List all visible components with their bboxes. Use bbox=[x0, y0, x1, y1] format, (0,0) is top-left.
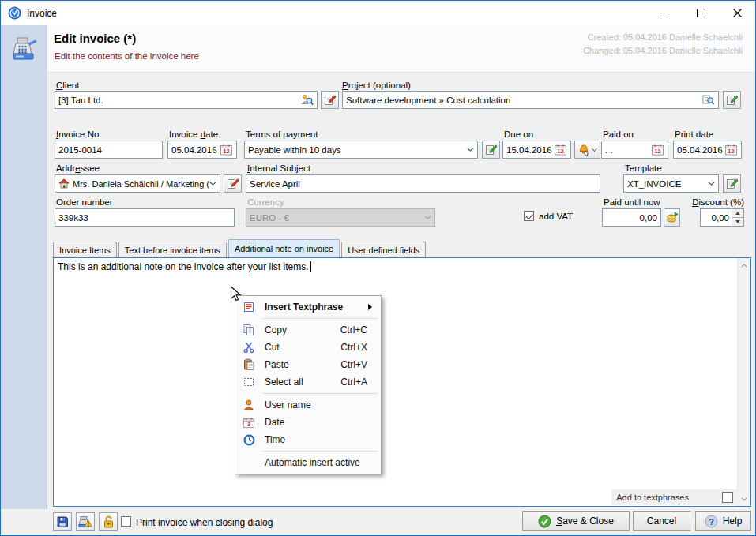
help-button[interactable]: ? Help bbox=[695, 511, 751, 531]
invoice-no-label: Invoice No. bbox=[56, 129, 102, 139]
calendar-icon[interactable]: 12 bbox=[220, 144, 233, 156]
tab-invoice-items[interactable]: Invoice Items bbox=[53, 242, 117, 257]
note-editor[interactable]: This is an additional note on the invoic… bbox=[53, 257, 751, 507]
svg-text:12: 12 bbox=[654, 148, 660, 155]
print-on-close-checkbox[interactable] bbox=[121, 516, 131, 527]
menu-item-time[interactable]: Time bbox=[236, 431, 380, 448]
help-icon: ? bbox=[705, 515, 718, 528]
vertical-scrollbar[interactable] bbox=[737, 258, 750, 506]
client-field[interactable]: [3] Tau Ltd. bbox=[55, 91, 318, 109]
reminder-bell-icon bbox=[577, 144, 590, 156]
client-label: Client bbox=[56, 81, 79, 90]
save-close-label: Save & Close bbox=[556, 515, 614, 527]
template-label: Template bbox=[625, 163, 662, 173]
menu-item-date[interactable]: 3 Date bbox=[236, 414, 380, 431]
menu-item-automatic-insert[interactable]: Automatic insert active bbox=[236, 454, 380, 471]
due-on-label: Due on bbox=[504, 129, 533, 139]
project-lookup-icon[interactable] bbox=[701, 94, 715, 106]
menu-item-insert-textphrase[interactable]: Insert Textphrase bbox=[236, 298, 380, 316]
calendar-icon[interactable]: 12 bbox=[554, 144, 567, 156]
red-pencil-icon bbox=[227, 178, 239, 189]
edit-addressee-button[interactable] bbox=[224, 174, 242, 193]
invoice-date-label: Invoice date bbox=[169, 129, 218, 139]
print-on-close-label: Print invoice when closing dialog bbox=[136, 517, 273, 528]
register-warning-icon bbox=[78, 515, 92, 528]
menu-item-paste[interactable]: PasteCtrl+V bbox=[236, 356, 380, 373]
scissors-icon bbox=[242, 341, 256, 354]
green-pencil-icon bbox=[726, 94, 738, 106]
title-bar: Invoice bbox=[1, 1, 755, 25]
mouse-cursor bbox=[230, 286, 242, 302]
paid-on-field[interactable]: . . 12 bbox=[601, 141, 668, 159]
textphrase-icon bbox=[242, 301, 256, 313]
tab-additional-note[interactable]: Additional note on invoice bbox=[228, 239, 340, 257]
app-clock-icon bbox=[8, 6, 21, 23]
discount-spinner[interactable] bbox=[732, 209, 743, 227]
save-close-button[interactable]: Save & Close bbox=[522, 511, 630, 531]
order-number-field[interactable]: 339k33 bbox=[55, 208, 235, 227]
cancel-label: Cancel bbox=[647, 515, 676, 527]
cash-register-icon bbox=[9, 35, 38, 63]
submenu-arrow-icon bbox=[368, 304, 372, 310]
print-date-field[interactable]: 05.04.2016 12 bbox=[673, 141, 742, 159]
note-text[interactable]: This is an additional note on the invoic… bbox=[58, 261, 733, 272]
edit-client-button[interactable] bbox=[321, 91, 339, 109]
internal-subject-field[interactable]: Service April bbox=[246, 174, 600, 193]
menu-item-copy[interactable]: CopyCtrl+C bbox=[236, 321, 380, 339]
discount-field[interactable]: 0,00 bbox=[700, 208, 744, 227]
close-button[interactable] bbox=[719, 1, 755, 25]
terms-label: Terms of payment bbox=[246, 129, 318, 139]
menu-separator bbox=[263, 393, 378, 394]
menu-item-cut[interactable]: CutCtrl+X bbox=[236, 339, 380, 356]
menu-item-user-name[interactable]: User name bbox=[236, 396, 380, 414]
internal-subject-label: Internal Subject bbox=[247, 163, 310, 173]
svg-text:12: 12 bbox=[223, 148, 229, 155]
chevron-down-icon[interactable] bbox=[209, 182, 216, 186]
payments-button[interactable] bbox=[664, 208, 680, 227]
invoice-no-field[interactable]: 2015-0014 bbox=[55, 141, 163, 159]
green-pencil-icon bbox=[485, 144, 497, 156]
chevron-down-icon bbox=[592, 148, 597, 152]
calendar-icon[interactable]: 12 bbox=[724, 144, 738, 156]
invoice-date-field[interactable]: 05.04.2016 12 bbox=[167, 141, 237, 159]
edit-project-button[interactable] bbox=[723, 91, 741, 109]
minimize-button[interactable] bbox=[646, 1, 683, 25]
terms-combobox[interactable]: Payable within 10 days bbox=[244, 141, 478, 159]
dialog-header: Edit invoice (*) Edit the contents of th… bbox=[47, 25, 755, 73]
template-combobox[interactable]: XT_INVOICE bbox=[623, 174, 719, 193]
addressee-combobox[interactable]: Mrs. Daniela Schälchli / Marketing ( bbox=[55, 174, 220, 193]
calendar-icon[interactable]: 12 bbox=[651, 144, 664, 156]
client-lookup-icon[interactable] bbox=[300, 94, 314, 106]
register-warning-button[interactable] bbox=[76, 512, 95, 531]
maximize-button[interactable] bbox=[683, 1, 719, 25]
sidebar bbox=[1, 25, 47, 509]
svg-text:12: 12 bbox=[557, 148, 563, 155]
add-to-textphrases: Add to textphrases bbox=[611, 489, 738, 505]
floppy-icon bbox=[56, 515, 69, 528]
chevron-down-icon[interactable] bbox=[467, 148, 474, 152]
chevron-down-icon[interactable] bbox=[708, 182, 715, 186]
svg-text:3: 3 bbox=[247, 421, 250, 428]
paid-until-now-field[interactable]: 0,00 bbox=[602, 208, 661, 227]
page-subtitle: Edit the contents of the invoice here bbox=[55, 51, 199, 61]
tab-text-before-items[interactable]: Text before invoice items bbox=[118, 242, 227, 257]
house-icon bbox=[58, 178, 70, 189]
add-to-textphrases-checkbox[interactable] bbox=[722, 492, 733, 503]
scroll-up-icon[interactable] bbox=[738, 259, 750, 272]
menu-item-select-all[interactable]: Select allCtrl+A bbox=[236, 373, 380, 391]
add-vat-checkbox[interactable] bbox=[524, 211, 534, 221]
open-padlock-icon bbox=[103, 515, 115, 528]
reminder-split-button[interactable] bbox=[574, 141, 600, 159]
currency-combobox: EURO - € bbox=[246, 208, 435, 227]
scroll-down-icon[interactable] bbox=[738, 493, 750, 505]
project-field[interactable]: Software development » Cost calculation bbox=[342, 91, 719, 109]
save-button[interactable] bbox=[53, 512, 72, 531]
add-vat-label: add VAT bbox=[539, 212, 573, 221]
cancel-button[interactable]: Cancel bbox=[633, 511, 690, 531]
red-pencil-icon bbox=[324, 94, 336, 106]
edit-template-button[interactable] bbox=[723, 174, 741, 193]
edit-terms-button[interactable] bbox=[482, 141, 500, 159]
unlock-button[interactable] bbox=[99, 512, 118, 531]
due-on-field[interactable]: 15.04.2016 12 bbox=[502, 141, 571, 159]
tab-user-defined-fields[interactable]: User defined fields bbox=[341, 242, 426, 257]
